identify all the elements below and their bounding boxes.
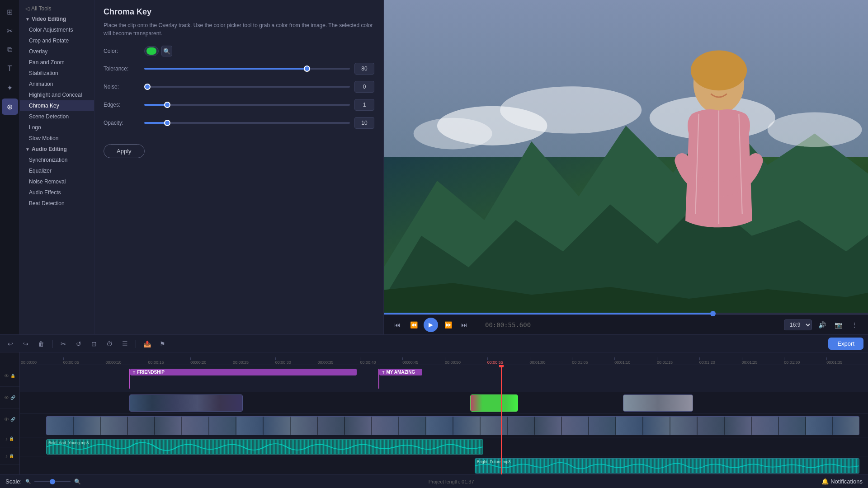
tolerance-slider[interactable]: [144, 68, 350, 70]
sidebar-item-overlay[interactable]: Overlay: [20, 46, 94, 57]
playhead[interactable]: [501, 365, 502, 474]
playhead-head: [499, 365, 504, 367]
apply-button[interactable]: Apply: [104, 144, 145, 158]
export-frame-button[interactable]: 📤: [141, 338, 153, 350]
text-icon[interactable]: T: [2, 61, 18, 77]
ruler-mark: 00:00:05: [62, 357, 105, 365]
link-icon-2[interactable]: 🔗: [10, 417, 15, 422]
sidebar-item-synchronization[interactable]: Synchronization: [20, 155, 94, 165]
eye-icon[interactable]: 👁: [4, 373, 9, 379]
text-clip-friendship[interactable]: T FRIENDSHIP: [129, 369, 357, 389]
music-icon[interactable]: ♪: [5, 436, 8, 441]
more-options-icon[interactable]: ⋮: [848, 319, 861, 331]
all-tools-label: All Tools: [31, 5, 51, 12]
sidebar-item-noise-removal[interactable]: Noise Removal: [20, 176, 94, 187]
export-button[interactable]: Export: [828, 338, 863, 350]
step-forward-button[interactable]: ⏩: [442, 319, 454, 331]
progress-bar[interactable]: [384, 313, 868, 314]
noise-slider-wrap: [144, 86, 350, 88]
volume-icon[interactable]: 🔊: [816, 319, 828, 331]
noise-value: 0: [354, 81, 374, 93]
opacity-slider[interactable]: [144, 122, 350, 124]
flag-button[interactable]: ⚑: [156, 338, 168, 350]
chevron-down-icon-audio: ▼: [25, 147, 30, 152]
eyedropper-button[interactable]: 🔍: [161, 46, 172, 56]
audio-editing-group[interactable]: ▼ Audio Editing: [20, 144, 94, 155]
eye-icon-2[interactable]: 👁: [4, 395, 9, 400]
sidebar-item-logo[interactable]: Logo: [20, 122, 94, 133]
crop-button[interactable]: ⊡: [88, 338, 100, 350]
person-svg: [651, 47, 787, 314]
audio-clip-1[interactable]: Bold_And_Young.mp3: [46, 439, 483, 455]
timeline-content: 👁 🔒 👁 🔗 👁 🔗 ♪ 🔒 ♪ 🔒: [0, 352, 868, 474]
overlay-clip-1[interactable]: [129, 394, 243, 412]
sidebar-item-scene-detection[interactable]: Scene Detection: [20, 111, 94, 122]
ruler-mark: 00:01:20: [698, 357, 741, 365]
sidebar-item-color-adjustments[interactable]: Color Adjustments: [20, 24, 94, 35]
sidebar-item-highlight-conceal[interactable]: Highlight and Conceal: [20, 89, 94, 100]
sidebar-item-audio-effects[interactable]: Audio Effects: [20, 187, 94, 198]
sidebar-item-pan-zoom[interactable]: Pan and Zoom: [20, 57, 94, 68]
delete-button[interactable]: 🗑: [35, 338, 47, 350]
sidebar-item-slow-motion[interactable]: Slow Motion: [20, 133, 94, 144]
notifications-button[interactable]: 🔔 Notifications: [821, 478, 863, 485]
color-toggle[interactable]: [144, 46, 159, 56]
ruler-mark: 00:00:25: [232, 357, 274, 365]
svg-point-4: [500, 86, 642, 133]
sidebar-item-chroma-key[interactable]: Chroma Key: [20, 100, 94, 111]
friendship-text: FRIENDSHIP: [137, 370, 165, 375]
skip-forward-button[interactable]: ⏭: [458, 319, 471, 331]
sidebar-item-equalizer[interactable]: Equalizer: [20, 165, 94, 176]
step-back-button[interactable]: ⏪: [407, 319, 420, 331]
icon-bar: ⊞ ✂ ⧉ T ✦ ⊕: [0, 0, 20, 334]
scissors-icon[interactable]: ✂: [2, 23, 18, 39]
sidebar-item-animation[interactable]: Animation: [20, 79, 94, 89]
lock-icon-2[interactable]: 🔒: [9, 436, 14, 441]
screenshot-icon[interactable]: 📷: [832, 319, 844, 331]
panel-description: Place the clip onto the Overlay track. U…: [104, 21, 374, 38]
chroma-key-panel: Chroma Key Place the clip onto the Overl…: [94, 0, 384, 334]
audio-track-2: Bright_Future.mp3: [20, 456, 868, 474]
redo-button[interactable]: ↪: [20, 338, 32, 350]
ruler-mark: 00:01:25: [741, 357, 783, 365]
waveform-svg: [47, 440, 483, 454]
lock-icon-3[interactable]: 🔒: [9, 454, 14, 458]
tools-icon[interactable]: ⊕: [2, 99, 18, 115]
overlay-clip-2[interactable]: [623, 394, 693, 412]
effects-icon[interactable]: ✦: [2, 80, 18, 96]
skip-back-button[interactable]: ⏮: [391, 319, 404, 331]
overlay-track: [20, 392, 868, 414]
all-tools-header[interactable]: ◁ All Tools: [20, 4, 94, 14]
sidebar-item-beat-detection[interactable]: Beat Detection: [20, 198, 94, 209]
lock-icon[interactable]: 🔒: [10, 374, 15, 378]
track-side-video: 👁 🔗: [0, 408, 19, 430]
noise-slider[interactable]: [144, 86, 350, 88]
loop-button[interactable]: ↺: [73, 338, 85, 350]
grid-icon[interactable]: ⊞: [2, 4, 18, 20]
eye-icon-3[interactable]: 👁: [4, 417, 9, 422]
green-screen-clip[interactable]: [470, 394, 518, 412]
myamazing-text: MY AMAZING: [386, 370, 415, 375]
scale-slider[interactable]: [34, 481, 71, 482]
audio-clip-2[interactable]: Bright_Future.mp3: [475, 458, 859, 474]
ruler-mark: 00:00:55: [486, 357, 529, 365]
project-length: Project length: 01:37: [429, 479, 474, 484]
link-icon[interactable]: 🔗: [10, 395, 15, 400]
play-button[interactable]: ▶: [424, 318, 438, 332]
friendship-label: T FRIENDSHIP: [130, 369, 357, 375]
preview-controls: ⏮ ⏪ ▶ ⏩ ⏭ 00:00:55.600 16:9 4:3 1:1 🔊 📷 …: [384, 314, 868, 334]
sidebar-item-stabilization[interactable]: Stabilization: [20, 68, 94, 79]
sidebar-item-crop-rotate[interactable]: Crop and Rotate: [20, 35, 94, 46]
video-editing-group[interactable]: ▼ Video Editing: [20, 14, 94, 24]
timer-button[interactable]: ⏱: [104, 338, 115, 350]
text-clip-myamazing[interactable]: T MY AMAZING: [378, 369, 422, 389]
menu-button[interactable]: ☰: [119, 338, 131, 350]
main-video-strip[interactable]: [46, 416, 859, 435]
timecode-ms: .600: [515, 321, 531, 328]
layers-icon[interactable]: ⧉: [2, 42, 18, 58]
edges-slider[interactable]: [144, 104, 350, 106]
aspect-ratio-select[interactable]: 16:9 4:3 1:1: [784, 319, 812, 330]
undo-button[interactable]: ↩: [5, 338, 16, 350]
cut-button[interactable]: ✂: [57, 338, 69, 350]
music-icon-2[interactable]: ♪: [5, 453, 8, 459]
